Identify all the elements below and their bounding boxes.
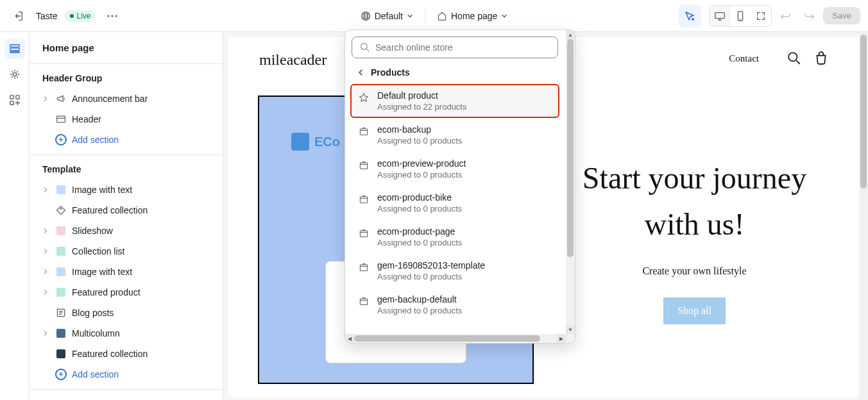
sidebar-item[interactable]: Multicolumn (30, 323, 223, 344)
sidebar-item[interactable]: Slideshow (30, 221, 223, 241)
site-nav: Contact (729, 51, 828, 65)
exit-button[interactable] (8, 6, 28, 26)
template-name: gem-1690852013-template (377, 260, 485, 271)
locale-selector[interactable]: Default (357, 8, 417, 24)
canvas-scrollbar-thumb[interactable] (860, 35, 867, 188)
eco-text: ECo (314, 135, 340, 149)
svg-point-0 (108, 15, 110, 17)
sidebar-item-label: Collection list (72, 246, 124, 256)
svg-rect-15 (10, 101, 13, 104)
template-subtitle: Assigned to 0 products (377, 204, 462, 213)
template-item[interactable]: gem-backup-defaultAssigned to 0 products (352, 288, 558, 322)
sidebar-item-label: Featured product (72, 287, 140, 297)
sections-icon (9, 43, 21, 54)
sidebar-item[interactable]: Collection list (30, 241, 223, 262)
package-icon (358, 160, 370, 171)
sidebar-item[interactable]: Featured collection (30, 344, 223, 364)
dropdown-scrollbar-y[interactable]: ▲ ▼ (566, 30, 575, 334)
plus-circle-icon: + (55, 134, 67, 146)
chevron-right-icon (42, 269, 50, 275)
sidebar-item[interactable]: Blog posts (30, 303, 223, 323)
template-item[interactable]: ecom-backupAssigned to 0 products (352, 118, 558, 152)
blog-icon (55, 307, 67, 319)
settings-rail-button[interactable] (4, 64, 25, 85)
template-item[interactable]: ecom-preview-productAssigned to 0 produc… (352, 152, 558, 186)
star-icon (358, 92, 370, 103)
chevron-right-icon (42, 96, 50, 102)
sidebar-item-label: Image with text (72, 267, 132, 277)
topbar-center: Default Home page (357, 8, 512, 24)
gear-icon (9, 69, 21, 80)
fullscreen-view-button[interactable] (751, 6, 771, 26)
nav-contact[interactable]: Contact (729, 53, 759, 64)
page-selector-dropdown: Products Default productAssigned to 22 p… (345, 29, 575, 344)
undo-icon (780, 10, 792, 22)
home-icon (437, 11, 447, 21)
sections-rail-button[interactable] (4, 38, 25, 59)
divider (425, 10, 425, 22)
desktop-view-button[interactable] (710, 6, 730, 26)
search-input[interactable] (375, 42, 550, 53)
svg-point-8 (740, 19, 741, 19)
scroll-down-button[interactable]: ▼ (566, 325, 575, 334)
sidebar-item[interactable]: Featured collection (30, 200, 223, 221)
svg-point-5 (692, 18, 694, 21)
announcement-icon (55, 93, 67, 104)
save-button[interactable]: Save (823, 7, 860, 24)
hero-cta-button[interactable]: Shop all (663, 297, 726, 324)
template-item[interactable]: ecom-product-pageAssigned to 0 products (352, 220, 558, 254)
sidebar-item[interactable]: Image with text (30, 262, 223, 282)
page-selector[interactable]: Home page (433, 8, 511, 24)
svg-rect-14 (15, 96, 19, 99)
eco-logo-icon (291, 133, 309, 151)
topbar: Taste Live Default Home page (0, 0, 868, 32)
canvas-scrollbar[interactable] (859, 32, 868, 400)
template-item[interactable]: ecom-product-bikeAssigned to 0 products (352, 186, 558, 220)
search-box[interactable] (352, 37, 558, 58)
chevron-down-icon (501, 13, 507, 19)
scroll-right-button[interactable]: ▶ (557, 334, 566, 343)
ellipsis-icon (107, 15, 117, 17)
apps-rail-button[interactable] (4, 90, 25, 110)
chevron-right-icon (42, 289, 50, 296)
template-subtitle: Assigned to 0 products (377, 272, 485, 281)
mobile-view-button[interactable] (730, 6, 751, 26)
redo-button[interactable] (800, 7, 818, 25)
dropdown-scrollbar-x[interactable]: ◀ ▶ (345, 334, 566, 343)
sq-blue-icon (55, 266, 67, 278)
add-section-button[interactable]: +Add section (30, 364, 223, 385)
cart-icon[interactable] (814, 51, 828, 65)
sidebar-item-label: Announcement bar (72, 94, 148, 104)
template-name: gem-backup-default (377, 294, 462, 304)
sidebar-item[interactable]: Header (30, 109, 223, 129)
search-icon[interactable] (787, 51, 801, 65)
theme-name: Taste (36, 11, 57, 21)
add-section-button[interactable]: +Add section (30, 129, 223, 150)
section-group-title: Template (30, 155, 223, 179)
hero-title: Start your journey with us! (559, 155, 830, 247)
breadcrumb-back-button[interactable] (357, 69, 364, 76)
scroll-up-button[interactable]: ▲ (566, 30, 575, 39)
sidebar-item-label: Blog posts (72, 308, 114, 318)
dropdown-scrollbar-x-thumb[interactable] (354, 335, 540, 342)
hero-content: Start your journey with us! Create your … (559, 96, 830, 384)
sidebar-item[interactable]: Image with text (30, 179, 223, 200)
template-name: Default product (377, 90, 466, 101)
dropdown-scrollbar-y-thumb[interactable] (567, 39, 574, 257)
inspector-icon (683, 10, 696, 22)
scroll-left-button[interactable]: ◀ (345, 334, 354, 343)
featured-icon (55, 348, 67, 360)
undo-button[interactable] (777, 7, 795, 25)
fullscreen-icon (755, 10, 767, 22)
chevron-down-icon (407, 13, 413, 19)
more-button[interactable] (103, 7, 121, 25)
sidebar-item[interactable]: Featured product (30, 282, 223, 303)
svg-rect-24 (360, 265, 367, 271)
sidebar-item[interactable]: Announcement bar (30, 88, 223, 109)
inspector-button[interactable] (678, 4, 701, 28)
sidebar-item-label: Header (72, 114, 101, 124)
template-item[interactable]: Default productAssigned to 22 products (350, 84, 559, 118)
globe-icon (361, 11, 371, 21)
template-item[interactable]: gem-1690852013-templateAssigned to 0 pro… (352, 254, 558, 288)
topbar-right: Save (678, 4, 860, 28)
